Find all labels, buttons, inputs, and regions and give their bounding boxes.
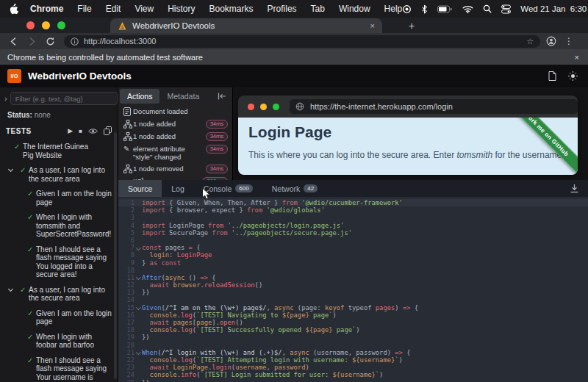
menu-help[interactable]: Help (384, 4, 403, 14)
status-value: none (35, 111, 51, 119)
event-row[interactable]: 1 node added34ms (118, 130, 232, 143)
tests-heading: TESTS (6, 127, 32, 135)
watch-eye-icon[interactable] (88, 128, 98, 134)
infobar-close-icon[interactable]: × (575, 53, 579, 62)
preview-url: https://the-internet.herokuapp.com/login (310, 102, 453, 111)
fold-gutter (135, 214, 142, 221)
source-code-editor[interactable]: 1import { Given, When, Then, After } fro… (118, 197, 588, 382)
forward-button[interactable] (27, 37, 37, 46)
tree-item-step[interactable]: ✓Given I am on the login page (0, 190, 118, 206)
tree-item-scenario[interactable]: ✓As a user, I can log into the secure ar… (0, 286, 118, 303)
check-icon: ✓ (27, 190, 33, 198)
code-line: 4import LoginPage from '../pageobjects/l… (118, 222, 588, 229)
chevron-down-icon[interactable] (8, 286, 13, 291)
menu-chrome[interactable]: Chrome (30, 4, 63, 14)
tab-source[interactable]: Source (118, 180, 162, 197)
minimize-window-button[interactable] (42, 21, 50, 29)
tree-item-step[interactable]: ✓Then I should see a flash message sayin… (0, 356, 118, 382)
tree-item-step[interactable]: ✓When I login with foobar and barfoo (0, 333, 118, 350)
menu-view[interactable]: View (135, 4, 154, 14)
code-line: 6 (118, 237, 588, 244)
event-row[interactable]: ✎element attribute "style" changed34ms (118, 143, 232, 162)
spotlight-search-icon[interactable] (483, 4, 492, 13)
tab-label: Log (171, 184, 184, 193)
line-number: 13 (118, 289, 135, 296)
menu-tab[interactable]: Tab (311, 4, 325, 14)
tab-network[interactable]: Network42 (262, 180, 327, 197)
node-tree-icon (123, 165, 133, 173)
filter-input[interactable] (10, 92, 118, 105)
chrome-menu-icon[interactable]: ⋮ (564, 36, 573, 46)
event-row[interactable]: Document loaded (118, 105, 232, 118)
tab-close-icon[interactable]: × (370, 21, 375, 30)
menu-history[interactable]: History (168, 4, 195, 14)
fold-chevron-icon[interactable] (135, 304, 142, 311)
fold-chevron-icon[interactable] (135, 349, 142, 356)
code-text: login: LoginPage (142, 251, 588, 259)
wifi-icon[interactable] (462, 5, 473, 13)
code-line: 13}) (118, 289, 588, 296)
download-icon[interactable] (570, 184, 579, 193)
tab-log[interactable]: Log (162, 180, 194, 197)
back-button[interactable] (9, 37, 18, 46)
event-row[interactable]: 1 node added34ms (118, 118, 232, 130)
menu-bookmarks[interactable]: Bookmarks (209, 4, 254, 14)
menu-edit[interactable]: Edit (106, 4, 121, 14)
browser-tab[interactable]: WebdriverIO Devtools × (110, 18, 382, 33)
code-line: 8 login: LoginPage (118, 251, 588, 259)
theme-toggle-sun-icon[interactable] (568, 71, 578, 81)
collapse-panel-icon[interactable] (218, 93, 226, 100)
fold-gutter (135, 371, 142, 378)
close-window-button[interactable] (26, 21, 35, 29)
code-line: 9} as const (118, 259, 588, 267)
tab-actions[interactable]: Actions (120, 89, 159, 104)
battery-icon[interactable] (437, 5, 453, 13)
menu-file[interactable]: File (77, 4, 91, 14)
fold-chevron-icon[interactable] (135, 244, 142, 251)
line-number: 24 (118, 371, 135, 378)
apple-icon[interactable] (9, 4, 18, 15)
chevron-down-icon[interactable] (8, 167, 13, 172)
run-tests-icon[interactable]: ▶ (68, 127, 73, 134)
line-number: 19 (118, 334, 135, 341)
line-number: 25 (118, 379, 135, 382)
menu-window[interactable]: Window (339, 4, 370, 14)
tree-item-feature[interactable]: ✓The Internet Guinea Pig Website (0, 143, 118, 159)
tree-item-step[interactable]: ✓Then I should see a flash message sayin… (0, 245, 118, 279)
code-line: 10 (118, 267, 588, 274)
event-row[interactable]: →url298ms (118, 175, 232, 180)
reload-button[interactable] (46, 37, 55, 46)
fold-chevron-icon[interactable] (135, 274, 142, 281)
new-tab-button[interactable]: + (409, 20, 415, 32)
tab-metadata[interactable]: Metadata (159, 89, 207, 104)
site-info-icon[interactable] (71, 37, 79, 46)
page-title: WebdriverIO Devtools (28, 71, 132, 82)
tree-item-label: When I login with tomsmith and SuperSecr… (36, 213, 112, 239)
line-number: 1 (118, 199, 135, 206)
control-center-icon[interactable] (501, 4, 511, 14)
line-number: 3 (118, 214, 135, 221)
maximize-window-button[interactable] (57, 21, 65, 29)
sidebar-scrollbar[interactable] (114, 132, 117, 379)
address-bar[interactable]: http://localhost:3000 ☆ (64, 35, 540, 48)
event-row[interactable]: 1 node removed34ms (118, 162, 232, 175)
tree-item-label: Then I should see a flash message saying… (36, 356, 112, 382)
tree-item-step[interactable]: ✓When I login with tomsmith and SuperSec… (0, 213, 118, 239)
event-label: 1 node added (133, 131, 203, 140)
copy-icon[interactable] (104, 126, 112, 135)
bluetooth-icon[interactable] (421, 4, 428, 14)
event-label: element attribute "style" changed (133, 144, 203, 161)
tests-sidebar: › Status: none TESTS ▶ ■ ✓The Internet G… (0, 87, 118, 382)
tree-item-scenario[interactable]: ✓As a user, I can log into the secure ar… (0, 166, 118, 183)
profile-avatar-icon[interactable] (546, 36, 556, 46)
code-line: 14 (118, 296, 588, 303)
menu-profiles[interactable]: Profiles (268, 4, 297, 14)
report-file-icon[interactable] (548, 71, 556, 81)
tree-item-step[interactable]: ✓Given I am on the login page (0, 309, 118, 326)
bookmark-star-icon[interactable]: ☆ (526, 37, 534, 46)
menubar-clock[interactable]: Wed 21 Jan 6:30 PM (520, 4, 588, 13)
sidebar-collapse-icon[interactable]: › (4, 94, 7, 103)
screen-record-icon[interactable] (402, 4, 412, 14)
stop-tests-icon[interactable]: ■ (79, 128, 82, 134)
line-number: 21 (118, 349, 135, 356)
